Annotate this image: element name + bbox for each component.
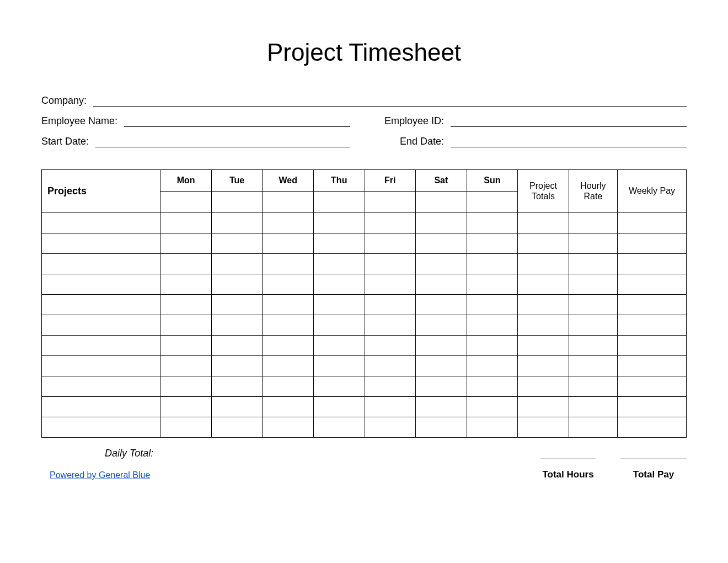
entry-cell[interactable]	[618, 315, 687, 336]
entry-cell[interactable]	[365, 295, 416, 315]
entry-cell[interactable]	[569, 315, 617, 336]
entry-cell[interactable]	[365, 356, 416, 376]
entry-cell[interactable]	[618, 336, 687, 356]
entry-cell[interactable]	[263, 274, 314, 295]
date-sub-tue[interactable]	[211, 192, 263, 213]
entry-cell[interactable]	[160, 315, 212, 336]
entry-cell[interactable]	[313, 274, 365, 295]
entry-cell[interactable]	[518, 315, 569, 336]
entry-cell[interactable]	[365, 315, 416, 336]
date-sub-wed[interactable]	[263, 192, 314, 213]
total-hours-field[interactable]	[540, 443, 596, 459]
entry-cell[interactable]	[618, 233, 687, 254]
entry-cell[interactable]	[313, 295, 365, 315]
entry-cell[interactable]	[467, 336, 518, 356]
entry-cell[interactable]	[518, 376, 569, 397]
entry-cell[interactable]	[211, 397, 263, 417]
entry-cell[interactable]	[467, 274, 518, 295]
entry-cell[interactable]	[416, 233, 467, 254]
entry-cell[interactable]	[263, 417, 314, 438]
employee-name-field[interactable]	[124, 114, 350, 127]
entry-cell[interactable]	[416, 213, 467, 233]
entry-cell[interactable]	[263, 397, 314, 417]
entry-cell[interactable]	[618, 254, 687, 274]
entry-cell[interactable]	[365, 336, 416, 356]
entry-cell[interactable]	[42, 397, 160, 417]
entry-cell[interactable]	[569, 376, 617, 397]
entry-cell[interactable]	[467, 417, 518, 438]
entry-cell[interactable]	[42, 356, 160, 376]
entry-cell[interactable]	[416, 356, 467, 376]
entry-cell[interactable]	[313, 254, 365, 274]
start-date-field[interactable]	[95, 135, 350, 147]
entry-cell[interactable]	[42, 315, 160, 336]
entry-cell[interactable]	[211, 376, 263, 397]
entry-cell[interactable]	[618, 417, 687, 438]
entry-cell[interactable]	[416, 274, 467, 295]
entry-cell[interactable]	[211, 254, 263, 274]
entry-cell[interactable]	[211, 213, 263, 233]
entry-cell[interactable]	[263, 295, 314, 315]
date-sub-sat[interactable]	[416, 192, 467, 213]
entry-cell[interactable]	[518, 233, 569, 254]
entry-cell[interactable]	[313, 315, 365, 336]
entry-cell[interactable]	[211, 295, 263, 315]
entry-cell[interactable]	[160, 213, 212, 233]
entry-cell[interactable]	[160, 295, 212, 315]
entry-cell[interactable]	[618, 356, 687, 376]
entry-cell[interactable]	[160, 417, 212, 438]
entry-cell[interactable]	[42, 417, 160, 438]
entry-cell[interactable]	[211, 356, 263, 376]
entry-cell[interactable]	[365, 376, 416, 397]
entry-cell[interactable]	[160, 397, 212, 417]
entry-cell[interactable]	[467, 295, 518, 315]
entry-cell[interactable]	[467, 397, 518, 417]
entry-cell[interactable]	[160, 274, 212, 295]
entry-cell[interactable]	[467, 233, 518, 254]
entry-cell[interactable]	[618, 274, 687, 295]
entry-cell[interactable]	[42, 233, 160, 254]
entry-cell[interactable]	[518, 356, 569, 376]
date-sub-mon[interactable]	[160, 192, 212, 213]
entry-cell[interactable]	[42, 254, 160, 274]
entry-cell[interactable]	[313, 233, 365, 254]
entry-cell[interactable]	[263, 254, 314, 274]
entry-cell[interactable]	[518, 417, 569, 438]
entry-cell[interactable]	[365, 274, 416, 295]
entry-cell[interactable]	[518, 274, 569, 295]
entry-cell[interactable]	[618, 397, 687, 417]
entry-cell[interactable]	[160, 336, 212, 356]
date-sub-thu[interactable]	[313, 192, 365, 213]
entry-cell[interactable]	[211, 336, 263, 356]
entry-cell[interactable]	[416, 295, 467, 315]
entry-cell[interactable]	[365, 213, 416, 233]
entry-cell[interactable]	[518, 213, 569, 233]
entry-cell[interactable]	[313, 336, 365, 356]
entry-cell[interactable]	[467, 315, 518, 336]
entry-cell[interactable]	[42, 213, 160, 233]
entry-cell[interactable]	[42, 376, 160, 397]
entry-cell[interactable]	[416, 397, 467, 417]
entry-cell[interactable]	[263, 376, 314, 397]
entry-cell[interactable]	[569, 295, 617, 315]
entry-cell[interactable]	[365, 397, 416, 417]
entry-cell[interactable]	[467, 356, 518, 376]
entry-cell[interactable]	[518, 336, 569, 356]
entry-cell[interactable]	[160, 233, 212, 254]
entry-cell[interactable]	[313, 213, 365, 233]
entry-cell[interactable]	[518, 295, 569, 315]
entry-cell[interactable]	[365, 417, 416, 438]
date-sub-fri[interactable]	[365, 192, 416, 213]
entry-cell[interactable]	[518, 397, 569, 417]
entry-cell[interactable]	[618, 376, 687, 397]
entry-cell[interactable]	[313, 356, 365, 376]
entry-cell[interactable]	[518, 254, 569, 274]
entry-cell[interactable]	[211, 315, 263, 336]
entry-cell[interactable]	[569, 233, 617, 254]
entry-cell[interactable]	[569, 397, 617, 417]
employee-id-field[interactable]	[451, 114, 687, 127]
entry-cell[interactable]	[211, 233, 263, 254]
entry-cell[interactable]	[211, 417, 263, 438]
entry-cell[interactable]	[365, 233, 416, 254]
entry-cell[interactable]	[416, 254, 467, 274]
